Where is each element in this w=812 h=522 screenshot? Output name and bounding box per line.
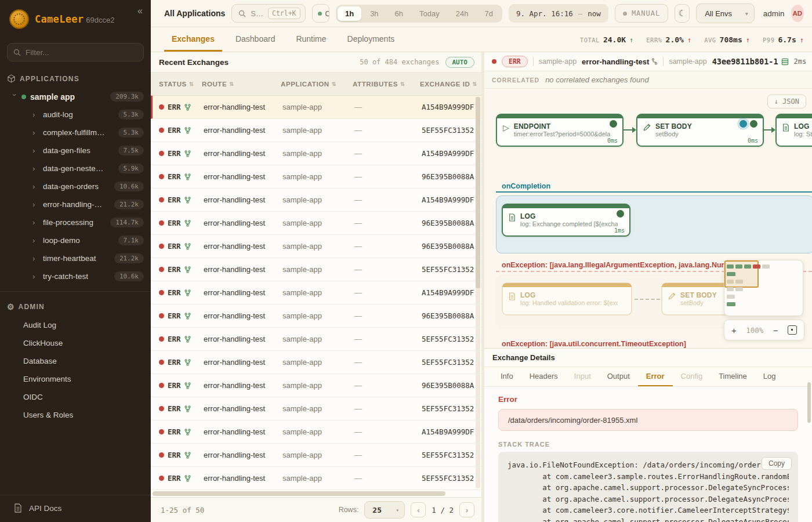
detail-tab[interactable]: Output (599, 367, 638, 386)
sidebar-route-item[interactable]: › error-handling-… 21.2k (0, 195, 151, 213)
table-row[interactable]: ERR error-handling-test sample-app — 96E… (151, 212, 481, 235)
flow-node-completion-log[interactable]: LOG log: Exchange completed [${exchan 1m… (502, 204, 630, 237)
time-range-button[interactable]: 1h (338, 6, 361, 21)
flow-node-log[interactable]: LOG log: Sta (775, 114, 812, 147)
table-row[interactable]: ERR error-handling-test sample-app — 5EF… (151, 119, 481, 142)
sidebar-route-item[interactable]: › complex-fulfillm… 5.3k (0, 124, 151, 142)
detail-tab[interactable]: Timeline (710, 367, 755, 386)
table-row[interactable]: ERR error-handling-test sample-app — 5EF… (151, 328, 481, 351)
sidebar-route-item[interactable]: › loop-demo 7.1k (0, 231, 151, 249)
auto-refresh-badge[interactable]: AUTO (445, 57, 475, 68)
column-header[interactable]: EXCHANGE ID ⇅ (420, 81, 481, 88)
time-range-button[interactable]: 3h (362, 6, 386, 21)
table-row[interactable]: ERR error-handling-test sample-app — A15… (151, 96, 481, 119)
detail-route[interactable]: error-handling-test (582, 57, 658, 66)
sidebar-admin-item[interactable]: Audit Log (0, 316, 151, 334)
time-range-button[interactable]: 24h (448, 6, 476, 21)
zoom-in-button[interactable]: + (731, 325, 737, 335)
detail-tab[interactable]: Input (566, 367, 599, 386)
main-tab[interactable]: Runtime (288, 27, 334, 52)
prev-page-button[interactable]: ‹ (411, 502, 426, 517)
vertical-scrollbar-thumb[interactable] (476, 97, 480, 288)
table-row[interactable]: ERR error-handling-test sample-app — A15… (151, 142, 481, 165)
table-row[interactable]: ERR error-handling-test sample-app — 96E… (151, 165, 481, 188)
sidebar-route-item[interactable]: › data-gen-neste… 5.9k (0, 160, 151, 177)
chevron-right-icon: › (32, 164, 38, 173)
filter-input[interactable] (26, 48, 137, 57)
details-scrollbar-thumb[interactable] (807, 382, 811, 423)
detail-tab[interactable]: Error (638, 367, 673, 386)
detail-tab[interactable]: Config (673, 367, 711, 386)
route-flow-canvas[interactable]: ↓ JSON ▷ ENDPOINT timer:errorTest?period… (484, 89, 812, 348)
sidebar-app-item[interactable]: › sample app 209.3k (0, 88, 151, 106)
fit-view-icon[interactable] (788, 325, 797, 335)
table-row[interactable]: ERR error-handling-test sample-app — A15… (151, 281, 481, 304)
vertical-scrollbar[interactable] (476, 97, 480, 488)
online-dot-icon (318, 12, 322, 16)
date-range-picker[interactable]: 9. Apr. 16:16 — now (509, 4, 608, 23)
copy-button[interactable]: Copy (762, 457, 792, 470)
table-row[interactable]: ERR error-handling-test sample-app — 5EF… (151, 258, 481, 281)
api-docs-link[interactable]: API Docs (0, 495, 151, 522)
sidebar-admin-item[interactable]: ClickHouse (0, 334, 151, 352)
sidebar-route-item[interactable]: › data-gen-orders 10.6k (0, 177, 151, 195)
main-tab[interactable]: Deployments (340, 27, 403, 52)
avatar[interactable]: AD (791, 5, 804, 22)
table-row[interactable]: ERR error-handling-test sample-app — 5EF… (151, 351, 481, 374)
table-row[interactable]: ERR error-handling-test sample-app — 96E… (151, 374, 481, 397)
sidebar-collapse-icon[interactable]: « (137, 6, 143, 16)
online-toggle[interactable]: O (312, 4, 329, 23)
column-header[interactable]: ROUTE ⇅ (202, 81, 281, 88)
rows-per-page-select[interactable]: 25 ▾ (364, 501, 405, 519)
error-message-box: /data/orders/incoming/order-81955.xml (498, 409, 798, 431)
sidebar-admin-item[interactable]: Environments (0, 370, 151, 388)
horizontal-scrollbar[interactable] (151, 490, 481, 497)
search-button[interactable]: S… Ctrl+K (231, 4, 305, 23)
horizontal-scrollbar-thumb[interactable] (153, 491, 445, 496)
next-page-button[interactable]: › (459, 502, 474, 517)
sidebar-filter[interactable] (7, 43, 144, 61)
manual-refresh-button[interactable]: MANUAL (615, 4, 668, 23)
table-row[interactable]: ERR error-handling-test sample-app — 5EF… (151, 397, 481, 420)
sidebar-route-item[interactable]: › timer-heartbeat 21.2k (0, 249, 151, 267)
exchange-id[interactable]: 43ee9811b801-1 (712, 57, 789, 66)
detail-tab[interactable]: Info (492, 367, 521, 386)
table-row[interactable]: ERR error-handling-test sample-app — 96E… (151, 235, 481, 258)
table-row[interactable]: ERR error-handling-test sample-app — A15… (151, 420, 481, 444)
table-row[interactable]: ERR error-handling-test sample-app — A15… (151, 188, 481, 212)
flow-arrow (624, 129, 632, 130)
sidebar-route-item[interactable]: › file-processing 114.7k (0, 213, 151, 231)
time-range-button[interactable]: Today (412, 6, 447, 21)
time-range-button[interactable]: 7d (477, 6, 500, 21)
flow-node-endpoint[interactable]: ▷ ENDPOINT timer:errorTest?period=5000&d… (496, 114, 624, 147)
column-header[interactable]: ATTRIBUTES ⇅ (353, 81, 420, 88)
download-json-button[interactable]: ↓ JSON (767, 95, 806, 108)
table-row[interactable]: ERR error-handling-test sample-app — 96E… (151, 304, 481, 328)
main-tab[interactable]: Exchanges (164, 27, 222, 52)
env-select[interactable]: All Envs ▾ (696, 3, 755, 23)
divider (663, 57, 664, 66)
flow-node-exception-log[interactable]: LOG log: Handled validation error: ${exc… (502, 282, 632, 316)
fork-icon (184, 382, 191, 389)
sidebar-admin-item[interactable]: Database (0, 352, 151, 370)
fork-icon (184, 313, 191, 320)
time-range-button[interactable]: 6h (387, 6, 411, 21)
minimap[interactable] (724, 260, 803, 316)
column-header[interactable]: STATUS ⇅ (151, 81, 202, 88)
sidebar-route-item[interactable]: › data-gen-files 7.5k (0, 142, 151, 160)
main-tab[interactable]: Dashboard (228, 27, 283, 52)
sidebar-admin-item[interactable]: OIDC (0, 388, 151, 406)
column-header[interactable]: APPLICATION ⇅ (281, 81, 353, 88)
sidebar-admin-item[interactable]: Users & Roles (0, 406, 151, 424)
dark-mode-toggle[interactable]: ☾ (675, 4, 690, 23)
zoom-out-button[interactable]: − (773, 325, 778, 335)
zoom-controls: + 100% − (724, 320, 804, 340)
sidebar-route-item[interactable]: › audit-log 5.3k (0, 106, 151, 124)
table-row[interactable]: ERR error-handling-test sample-app — 5EF… (151, 467, 481, 490)
table-row[interactable]: ERR error-handling-test sample-app — 5EF… (151, 444, 481, 467)
gear-icon: ⚙ (7, 302, 14, 311)
sidebar-route-item[interactable]: › try-catch-test 10.6k (0, 267, 151, 285)
detail-tab[interactable]: Headers (521, 367, 566, 386)
flow-node-setbody[interactable]: SET BODY setBody 0ms (636, 114, 764, 147)
detail-tab[interactable]: Log (755, 367, 784, 386)
